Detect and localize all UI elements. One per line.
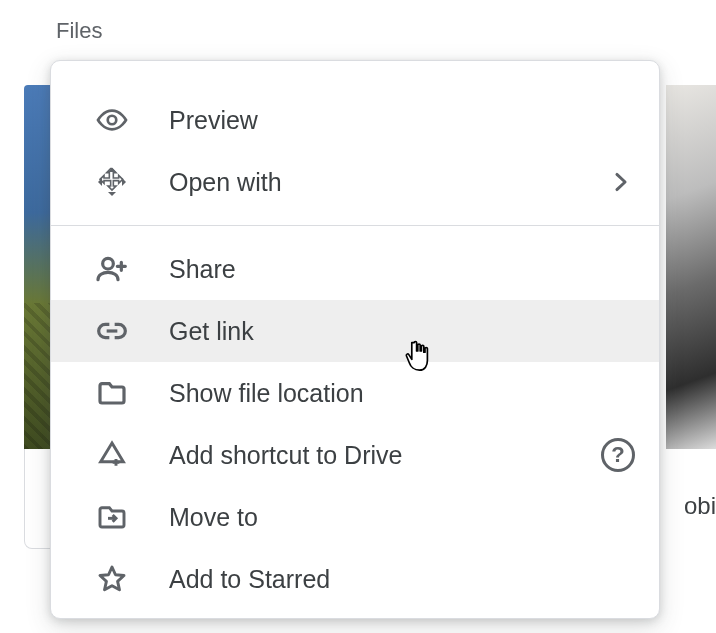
drive-shortcut-icon — [95, 438, 129, 472]
menu-label: Add to Starred — [169, 565, 330, 594]
menu-item-share[interactable]: Share — [51, 238, 659, 300]
folder-move-icon — [95, 500, 129, 534]
menu-item-show-location[interactable]: Show file location — [51, 362, 659, 424]
svg-point-0 — [108, 116, 117, 125]
svg-point-6 — [103, 258, 114, 269]
menu-label: Move to — [169, 503, 258, 532]
chevron-right-icon — [607, 168, 635, 196]
menu-item-open-with[interactable]: Open with — [51, 151, 659, 213]
menu-item-move-to[interactable]: Move to — [51, 486, 659, 548]
star-icon — [95, 562, 129, 596]
menu-item-add-starred[interactable]: Add to Starred — [51, 548, 659, 610]
menu-item-get-link[interactable]: Get link — [51, 300, 659, 362]
person-add-icon — [95, 252, 129, 286]
menu-item-add-shortcut[interactable]: Add shortcut to Drive ? — [51, 424, 659, 486]
section-heading-files: Files — [56, 18, 102, 44]
file-thumbnail-right[interactable] — [666, 85, 716, 449]
menu-label: Show file location — [169, 379, 364, 408]
move-arrows-icon — [95, 165, 129, 199]
help-icon[interactable]: ? — [601, 438, 635, 472]
menu-label: Preview — [169, 106, 258, 135]
eye-icon — [95, 103, 129, 137]
menu-item-preview[interactable]: Preview — [51, 89, 659, 151]
folder-icon — [95, 376, 129, 410]
context-menu: Preview Open with Share — [50, 60, 660, 619]
menu-separator — [51, 225, 659, 226]
link-icon — [95, 314, 129, 348]
svg-marker-4 — [122, 178, 126, 186]
menu-label: Add shortcut to Drive — [169, 441, 402, 470]
menu-label: Get link — [169, 317, 254, 346]
menu-label: Share — [169, 255, 236, 284]
file-label-truncated: obi — [684, 492, 716, 520]
menu-label: Open with — [169, 168, 282, 197]
